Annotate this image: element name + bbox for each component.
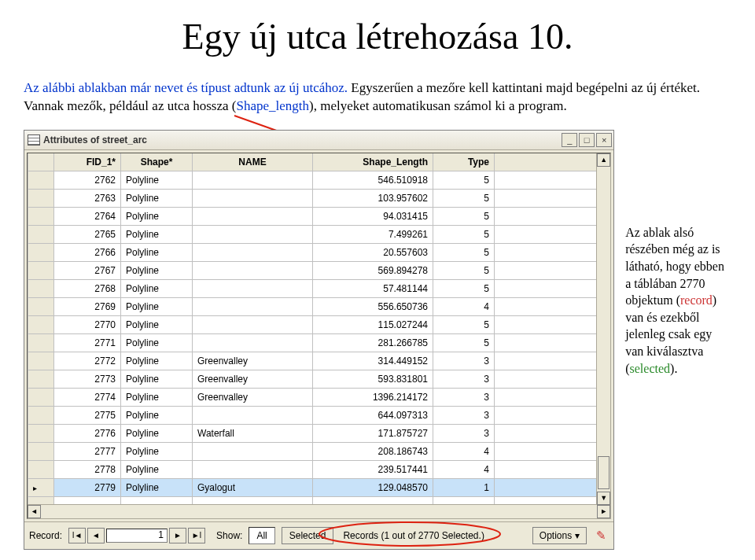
cell-type[interactable]: 5 [433,261,495,279]
row-header[interactable] [28,225,54,243]
col-len[interactable]: Shape_Length [313,153,433,171]
cell-fid[interactable]: 2762 [54,171,121,189]
cell-name[interactable] [193,207,313,225]
cell-type[interactable]: 1 [433,478,495,496]
row-header[interactable] [28,370,54,388]
row-header[interactable] [28,442,54,460]
row-header[interactable] [28,279,54,297]
cell-name[interactable] [193,297,313,315]
cell-type[interactable]: 5 [433,189,495,207]
nav-prev-button[interactable]: ◄ [87,528,105,543]
scroll-left-icon[interactable]: ◄ [28,505,41,518]
cell-shape[interactable]: Polyline [121,225,193,243]
scroll-thumb[interactable] [598,456,610,489]
scroll-up-icon[interactable]: ▲ [597,153,610,167]
cell-fid[interactable]: 2769 [54,297,121,315]
cell-fid[interactable]: 2776 [54,424,121,442]
cell-shape[interactable]: Polyline [121,478,193,496]
table-row[interactable]: 2772PolylineGreenvalley314.4491523 [28,352,597,370]
cell-length[interactable]: 7.499261 [313,225,433,243]
table-row[interactable]: 2774PolylineGreenvalley1396.2141723 [28,388,597,406]
cell-shape[interactable]: Polyline [121,388,193,406]
cell-length[interactable]: 593.831801 [313,370,433,388]
cell-name[interactable] [193,442,313,460]
table-row[interactable]: 2769Polyline556.6507364 [28,297,597,315]
cell-length[interactable]: 556.650736 [313,297,433,315]
table-row[interactable]: 2776PolylineWaterfall171.8757273 [28,424,597,442]
cell-type[interactable]: 5 [433,225,495,243]
cell-shape[interactable]: Polyline [121,189,193,207]
cell-length[interactable]: 103.957602 [313,189,433,207]
table-row-empty[interactable] [28,496,597,504]
vertical-scrollbar[interactable]: ▲ ▼ [596,153,610,505]
cell-type[interactable]: 3 [433,406,495,424]
cell-type[interactable]: 5 [433,171,495,189]
row-header[interactable] [28,460,54,478]
col-fid[interactable]: FID_1* [54,153,121,171]
cell-name[interactable] [193,333,313,352]
table-row[interactable]: 2777Polyline208.1867434 [28,442,597,460]
cell-type[interactable]: 3 [433,388,495,406]
cell-fid[interactable]: 2775 [54,406,121,424]
minimize-button[interactable]: _ [562,133,577,147]
close-button[interactable]: × [596,133,612,147]
cell-name[interactable] [193,279,313,297]
cell-shape[interactable]: Polyline [121,442,193,460]
cell-type[interactable]: 5 [433,333,495,352]
cell-type[interactable]: 5 [433,279,495,297]
table-row[interactable]: 2765Polyline7.4992615 [28,225,597,243]
col-type[interactable]: Type [433,153,495,171]
cell-fid[interactable]: 2765 [54,225,121,243]
cell-length[interactable]: 569.894278 [313,261,433,279]
cell-length[interactable]: 57.481144 [313,279,433,297]
cell-name[interactable] [193,225,313,243]
cell-shape[interactable]: Polyline [121,207,193,225]
cell-fid[interactable]: 2766 [54,243,121,261]
cell-shape[interactable]: Polyline [121,424,193,442]
scroll-down-icon[interactable]: ▼ [597,492,610,505]
row-header[interactable] [28,297,54,315]
row-header[interactable] [28,315,54,333]
table-row[interactable]: 2775Polyline644.0973133 [28,406,597,424]
cell-fid[interactable]: 2772 [54,352,121,370]
row-header[interactable] [28,352,54,370]
options-button[interactable]: Options ▾ [532,527,587,544]
cell-fid[interactable]: 2763 [54,189,121,207]
table-row[interactable]: 2768Polyline57.4811445 [28,279,597,297]
show-all-button[interactable]: All [249,527,274,544]
table-row[interactable]: 2763Polyline103.9576025 [28,189,597,207]
col-shape[interactable]: Shape* [121,153,193,171]
cell-fid[interactable]: 2777 [54,442,121,460]
row-header[interactable] [28,388,54,406]
cell-name[interactable]: Gyalogut [193,478,313,496]
cell-shape[interactable]: Polyline [121,352,193,370]
cell-length[interactable]: 115.027244 [313,315,433,333]
cell-name[interactable]: Greenvalley [193,352,313,370]
nav-first-button[interactable]: I◄ [68,528,86,543]
row-header[interactable] [28,496,54,504]
row-header[interactable] [28,333,54,352]
cell-length[interactable]: 644.097313 [313,406,433,424]
cell-name[interactable] [193,171,313,189]
horizontal-scrollbar[interactable]: ◄ ► [28,504,610,518]
cell-shape[interactable]: Polyline [121,279,193,297]
cell-length[interactable]: 94.031415 [313,207,433,225]
show-selected-button[interactable]: Selected [282,527,334,544]
cell-shape[interactable]: Polyline [121,406,193,424]
wand-icon[interactable]: ✎ [593,529,609,543]
row-header[interactable] [28,406,54,424]
table-row[interactable]: 2771Polyline281.2667855 [28,333,597,352]
cell-name[interactable] [193,460,313,478]
cell-length[interactable]: 1396.214172 [313,388,433,406]
nav-last-button[interactable]: ►I [188,528,205,543]
cell-shape[interactable]: Polyline [121,460,193,478]
row-header[interactable] [28,424,54,442]
cell-name[interactable]: Greenvalley [193,370,313,388]
maximize-button[interactable]: □ [579,133,595,147]
row-header[interactable] [28,243,54,261]
cell-length[interactable]: 546.510918 [313,171,433,189]
cell-name[interactable] [193,243,313,261]
cell-fid[interactable]: 2764 [54,207,121,225]
cell-name[interactable] [193,261,313,279]
row-header[interactable] [28,478,54,496]
